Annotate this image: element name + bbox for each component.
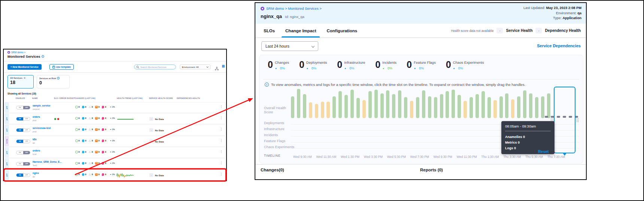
health-bar[interactable] (332, 96, 336, 118)
service-name-link[interactable]: nginx (33, 172, 39, 174)
service-enabled-toggle[interactable]: ONOFF (16, 173, 30, 177)
change-count: 0 (105, 173, 106, 176)
table-row-servicenow-test[interactable]: APPONOFFservicenow-testprod00△0⚑00▲0%-No… (4, 124, 225, 135)
health-bar[interactable] (309, 102, 312, 118)
health-bar[interactable] (297, 89, 300, 118)
health-bar[interactable] (493, 100, 497, 118)
health-bar[interactable] (535, 97, 538, 118)
bottom-tab-changes-0-[interactable]: Changes(0) (261, 168, 284, 172)
health-bar[interactable] (482, 91, 485, 118)
health-bar[interactable] (499, 96, 503, 118)
health-bar[interactable] (386, 90, 389, 118)
table-row-nginx[interactable]: APPONOFFnginxqa00△0⚑00▲0% -No Data⋮ (4, 170, 225, 180)
health-bar[interactable] (523, 90, 526, 118)
health-bar[interactable] (446, 91, 449, 118)
health-bar[interactable] (410, 101, 413, 118)
change-count: 0 (98, 151, 100, 153)
breadcrumb[interactable]: SRM demo > Monitored Services > (261, 6, 322, 10)
health-bar[interactable] (458, 95, 461, 118)
service-enabled-toggle[interactable]: ONOFF (16, 128, 30, 132)
row-menu-icon[interactable]: ⋮ (220, 172, 223, 176)
service-name-link[interactable]: Harness_SRM_Demo_E... (33, 160, 61, 163)
health-bar[interactable] (517, 96, 520, 118)
drag-handle-right-icon[interactable] (576, 118, 579, 122)
health-bar[interactable] (350, 90, 354, 118)
service-name-link[interactable]: sample_service (33, 104, 51, 107)
health-bar[interactable] (374, 90, 378, 118)
stat-value: 0 (337, 60, 342, 70)
health-bar[interactable] (440, 94, 443, 118)
time-window-selection[interactable] (554, 87, 575, 153)
health-bar[interactable] (404, 97, 407, 118)
service-name-link[interactable]: orders (33, 149, 40, 152)
health-bar[interactable] (326, 102, 330, 118)
row-menu-icon[interactable]: ⋮ (220, 105, 223, 108)
health-bar[interactable] (464, 101, 467, 118)
health-bar[interactable] (315, 104, 318, 118)
app-tag: APP (5, 159, 9, 169)
chaos-experiments-icon (102, 151, 104, 153)
health-bar[interactable] (470, 97, 473, 118)
table-row-orders[interactable]: APPONOFForderslocal00△0⚑00▲0%⋮ (4, 147, 225, 158)
health-bar[interactable] (541, 96, 544, 118)
health-bar[interactable] (487, 97, 491, 118)
health-bar[interactable] (356, 98, 360, 118)
health-bar[interactable] (476, 94, 479, 118)
change-count-group: ⚑0 (95, 128, 100, 131)
meta-label: Type: (553, 16, 562, 20)
row-menu-icon[interactable]: ⋮ (220, 116, 223, 120)
service-enabled-toggle[interactable]: ONOFF (16, 140, 30, 143)
health-bar[interactable] (422, 90, 425, 118)
health-bar[interactable] (529, 93, 532, 118)
health-bar[interactable] (380, 93, 384, 118)
row-menu-icon[interactable]: ⋮ (220, 161, 223, 165)
dependency-health-badge: - (535, 28, 542, 33)
health-bar[interactable] (321, 102, 324, 118)
health-bar[interactable] (392, 94, 395, 118)
service-dependencies-link[interactable]: Service Dependencies (537, 44, 581, 48)
service-enabled-toggle[interactable]: ONOFF (16, 162, 30, 166)
health-bar[interactable] (511, 99, 514, 118)
row-menu-icon[interactable]: ⋮ (220, 139, 223, 142)
table-row-harness-srm-demo-e-[interactable]: APPONOFFHarness_SRM_Demo_E...Test200△0⚑0… (4, 158, 225, 169)
tab-change-impact[interactable]: Change Impact (285, 24, 316, 38)
reset-link[interactable]: Reset (538, 149, 549, 154)
service-enabled-toggle[interactable]: ONOFF (16, 106, 30, 110)
stat-label: Infrastructure (344, 60, 365, 64)
health-bar[interactable] (547, 93, 550, 118)
table-row-sample-service[interactable]: APPONOFFsample_servicenonprod00△0⚑00▲0%⋮ (4, 102, 225, 113)
service-enabled-toggle[interactable]: ONOFF (16, 117, 30, 121)
service-name-link[interactable]: servicenow-test (33, 127, 51, 129)
health-bar[interactable] (452, 90, 455, 118)
health-bar[interactable] (303, 94, 306, 118)
bottom-tab-reports-0-[interactable]: Reports (0) (420, 168, 443, 172)
service-enabled-toggle[interactable]: ONOFF (16, 151, 30, 154)
time-range-select[interactable]: Last 24 hours (261, 41, 318, 51)
health-bar[interactable] (344, 95, 348, 118)
tab-slos[interactable]: SLOs (264, 24, 275, 38)
service-name-link[interactable]: k8s (33, 138, 37, 141)
health-bar[interactable] (434, 97, 437, 118)
incidents-icon: △ (88, 128, 91, 131)
service-name-link[interactable]: orders (33, 116, 40, 118)
health-bar[interactable] (362, 100, 366, 118)
health-bar[interactable] (291, 96, 294, 118)
health-bar[interactable] (338, 91, 342, 118)
table-row-orders[interactable]: APPONOFFordersprod00△0⚑00▲0%-No Data⋮ (4, 113, 225, 124)
breadcrumb-text[interactable]: SRM demo > Monitored Services > (266, 6, 322, 10)
row-menu-icon[interactable]: ⋮ (220, 128, 223, 131)
health-bar[interactable] (416, 97, 419, 118)
health-bar[interactable] (428, 96, 431, 118)
meta-label: Environment: (556, 11, 577, 15)
change-count: 0 (79, 117, 80, 119)
health-bar[interactable] (398, 90, 401, 118)
health-bar[interactable] (368, 91, 372, 118)
lane-label-incidents: Incidents (264, 133, 278, 137)
info-text: To view anomalies, metrics and logs for … (271, 82, 525, 87)
service-id: Id: nginx_qa (285, 15, 304, 19)
table-row-k8s[interactable]: INFRAONOFFk8sqa00△0⚑00▲0%-No Data⋮ (4, 136, 225, 147)
health-bar[interactable] (505, 93, 508, 118)
row-menu-icon[interactable]: ⋮ (220, 150, 223, 153)
tab-configurations[interactable]: Configurations (326, 24, 357, 38)
deployments-icon (75, 173, 78, 176)
